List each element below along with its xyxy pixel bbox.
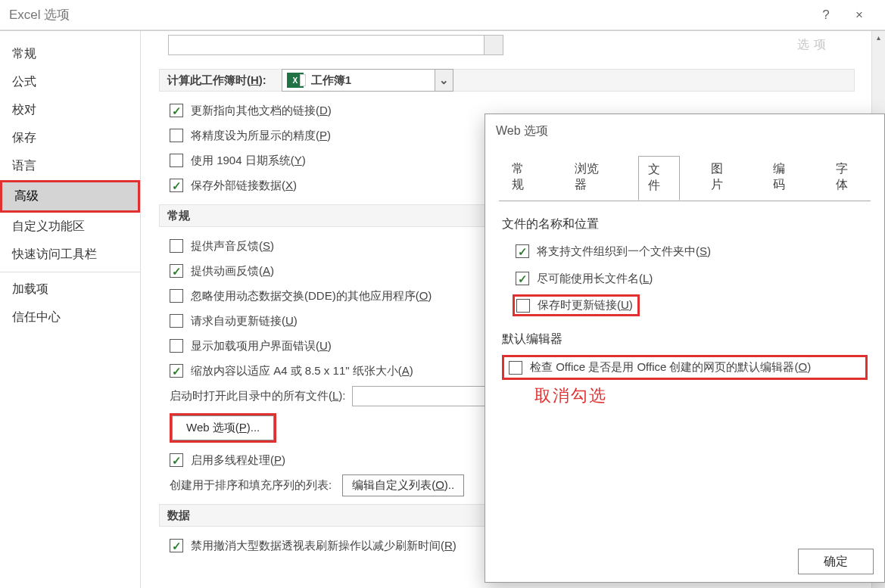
close-icon[interactable]: × [843,8,876,23]
checkbox-update-links[interactable] [170,104,183,117]
sidebar-item-advanced[interactable]: 高级 [2,182,138,210]
group-file-location: 文件的名称和位置 [502,216,868,232]
dialog-tab-fonts[interactable]: 字体 [826,155,868,200]
sidebar-item-proofing[interactable]: 校对 [0,96,140,124]
checkbox-sound-feedback[interactable] [170,239,183,253]
dialog-tab-browsers[interactable]: 浏览器 [565,155,617,200]
checkbox-multithread[interactable] [170,453,183,467]
checkbox-save-ext-links[interactable] [170,179,183,192]
dialog-tab-files[interactable]: 文件 [638,156,680,201]
sort-label: 创建用于排序和填充序列的列表: [170,478,332,493]
sidebar-item-language[interactable]: 语言 [0,152,140,180]
dialog-title: Web 选项 [485,114,884,148]
checkbox-ignore-dde[interactable] [170,289,183,303]
dialog-tab-general[interactable]: 常规 [502,155,544,200]
dialog-tabs: 常规 浏览器 文件 图片 编码 字体 [485,155,884,201]
help-icon[interactable]: ? [809,8,843,23]
sidebar-item-qat[interactable]: 快速访问工具栏 [0,241,140,269]
scroll-up-icon[interactable]: ▴ [872,31,885,45]
section-calc-header: 计算此工作簿时(H): X 工作簿1 ⌄ [159,69,855,92]
ghost-button: 选项 [768,37,859,53]
checkbox-addin-ui-errors[interactable] [170,339,183,353]
chevron-down-icon: ⌄ [435,70,453,91]
cutoff-input[interactable] [168,35,485,55]
sidebar-item-formulas[interactable]: 公式 [0,68,140,96]
sidebar-item-save[interactable]: 保存 [0,124,140,152]
window-title: Excel 选项 [9,6,70,23]
edit-custom-lists-button[interactable]: 编辑自定义列表(O).. [342,474,464,496]
group-default-editor: 默认编辑器 [502,331,868,347]
cutoff-dropdown-button[interactable] [484,35,503,55]
sidebar-item-general[interactable]: 常规 [0,40,140,68]
web-options-button[interactable]: Web 选项(P)... [172,415,274,440]
checkbox-precision[interactable] [170,129,183,142]
checkbox-animation-feedback[interactable] [170,264,183,278]
checkbox-organize-folder[interactable] [516,244,529,258]
checkbox-default-editor[interactable] [509,361,522,375]
startup-dir-label: 启动时打开此目录中的所有文件(L): [170,389,346,403]
sidebar-item-customize-ribbon[interactable]: 自定义功能区 [0,213,140,241]
checkbox-long-filenames[interactable] [516,272,529,285]
web-options-dialog: Web 选项 常规 浏览器 文件 图片 编码 字体 文件的名称和位置 将支持文件… [485,114,885,583]
checkbox-disable-undo-pivot[interactable] [170,539,183,552]
checkbox-1904-date[interactable] [170,154,183,167]
sidebar-item-trust-center[interactable]: 信任中心 [0,303,140,331]
sidebar-item-addins[interactable]: 加载项 [0,275,140,303]
dialog-tab-encoding[interactable]: 编码 [763,155,805,200]
checkbox-auto-update-links[interactable] [170,314,183,328]
titlebar: Excel 选项 ? × [0,0,885,30]
excel-icon: X [287,73,304,88]
checkbox-scale-a4[interactable] [170,364,183,378]
sidebar: 常规 公式 校对 保存 语言 高级 自定义功能区 快速访问工具栏 加载项 信任中… [0,31,141,588]
ok-button[interactable]: 确定 [798,549,874,574]
dialog-tab-pictures[interactable]: 图片 [701,155,743,200]
checkbox-update-links-on-save[interactable] [516,299,530,313]
workbook-dropdown[interactable]: X 工作簿1 ⌄ [282,69,453,92]
